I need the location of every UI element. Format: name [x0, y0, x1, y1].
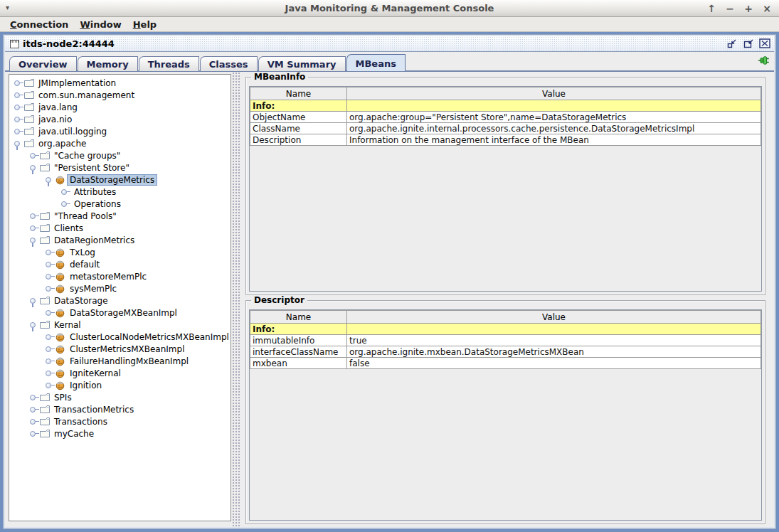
expand-handle-icon[interactable]: [29, 417, 39, 426]
tree-item-clustermetricsmxbeanimpl[interactable]: ClusterMetricsMXBeanImpl: [9, 343, 230, 355]
table-row[interactable]: Info:: [250, 100, 761, 112]
expand-handle-icon[interactable]: [29, 212, 39, 220]
frame-iconify-button[interactable]: [726, 38, 738, 49]
expand-handle-icon[interactable]: [14, 127, 23, 136]
tree-item-persistent-store[interactable]: "Persistent Store": [9, 161, 230, 174]
tree-item-com-sun-management[interactable]: com.sun.management: [9, 89, 230, 101]
splitpane-divider[interactable]: [232, 72, 240, 526]
tab-memory[interactable]: Memory: [78, 56, 138, 71]
tree-item-clients[interactable]: Clients: [9, 222, 230, 234]
name-cell[interactable]: Info:: [250, 324, 347, 335]
table-row[interactable]: DescriptionInformation on the management…: [250, 134, 761, 146]
tree-item-transactionmetrics[interactable]: TransactionMetrics: [9, 403, 230, 415]
name-cell[interactable]: mxbean: [250, 358, 347, 369]
value-cell[interactable]: false: [347, 358, 761, 369]
expand-handle-icon[interactable]: [45, 381, 55, 390]
value-cell[interactable]: org.apache:group="Persistent Store",name…: [347, 112, 761, 123]
name-cell[interactable]: immutableInfo: [250, 335, 347, 346]
expand-handle-icon[interactable]: [45, 357, 55, 366]
table-row[interactable]: interfaceClassNameorg.apache.ignite.mxbe…: [250, 346, 761, 358]
tree-item-kernal[interactable]: Kernal: [9, 319, 230, 331]
tree-item-clusterlocalnodemetricsmxbeanimpl[interactable]: ClusterLocalNodeMetricsMXBeanImpl: [9, 331, 230, 343]
tree-item-default[interactable]: default: [9, 258, 230, 270]
tab-vm-summary[interactable]: VM Summary: [258, 56, 346, 71]
expand-handle-icon[interactable]: [29, 393, 39, 402]
tree-item-cache-groups[interactable]: "Cache groups": [9, 149, 230, 161]
column-header-name[interactable]: Name: [250, 311, 347, 324]
name-cell[interactable]: Description: [250, 134, 347, 146]
tree-item-jmimplementation[interactable]: JMImplementation: [9, 77, 230, 89]
expand-handle-icon[interactable]: [45, 309, 55, 317]
name-cell[interactable]: interfaceClassName: [250, 346, 347, 358]
expand-handle-icon[interactable]: [60, 188, 70, 196]
minimize-button[interactable]: −: [722, 1, 738, 16]
expand-handle-icon[interactable]: [29, 224, 39, 233]
tree-item-java-util-logging[interactable]: java.util.logging: [9, 125, 230, 137]
expand-handle-icon[interactable]: [14, 91, 23, 100]
tree-item-sysmemplc[interactable]: sysMemPlc: [9, 282, 230, 294]
table-row[interactable]: Info:: [250, 324, 761, 335]
column-header-value[interactable]: Value: [347, 87, 761, 100]
window-menu-icon[interactable]: ▾: [6, 4, 9, 11]
value-cell[interactable]: org.apache.ignite.internal.processors.ca…: [347, 123, 761, 134]
expand-handle-icon[interactable]: [29, 151, 39, 160]
collapse-handle-icon[interactable]: [29, 321, 39, 329]
tree-item-ignition[interactable]: Ignition: [9, 379, 230, 391]
tree-item-dataregionmetrics[interactable]: DataRegionMetrics: [9, 234, 230, 246]
tree-item-spis[interactable]: SPIs: [9, 391, 230, 403]
expand-handle-icon[interactable]: [45, 369, 55, 378]
expand-handle-icon[interactable]: [14, 115, 23, 124]
expand-handle-icon[interactable]: [45, 248, 55, 257]
name-cell[interactable]: ObjectName: [250, 112, 347, 123]
tree-item-java-lang[interactable]: java.lang: [9, 101, 230, 113]
value-cell[interactable]: [347, 324, 761, 335]
tree-item-transactions[interactable]: Transactions: [9, 415, 230, 427]
expand-handle-icon[interactable]: [45, 333, 55, 341]
menu-connection[interactable]: Connection: [4, 18, 74, 31]
expand-handle-icon[interactable]: [45, 345, 55, 353]
tree-item-txlog[interactable]: TxLog: [9, 246, 230, 258]
close-button[interactable]: ×: [759, 1, 775, 16]
expand-handle-icon[interactable]: [29, 405, 39, 414]
tree-item-java-nio[interactable]: java.nio: [9, 113, 230, 125]
tab-overview[interactable]: Overview: [9, 56, 77, 71]
tree-item-datastorage[interactable]: DataStorage: [9, 294, 230, 307]
expand-handle-icon[interactable]: [45, 284, 55, 293]
value-cell[interactable]: [347, 100, 761, 112]
column-header-value[interactable]: Value: [347, 311, 761, 324]
tab-mbeans[interactable]: MBeans: [346, 54, 406, 71]
tree-item-thread-pools[interactable]: "Thread Pools": [9, 210, 230, 222]
table-row[interactable]: ClassNameorg.apache.ignite.internal.proc…: [250, 123, 761, 134]
tree-item-ignitekernal[interactable]: IgniteKernal: [9, 367, 230, 379]
value-cell[interactable]: true: [347, 335, 761, 346]
mbeaninfo-scrollpane[interactable]: NameValue Info:ObjectNameorg.apache:grou…: [249, 86, 762, 292]
expand-handle-icon[interactable]: [60, 200, 70, 208]
collapse-handle-icon[interactable]: [29, 164, 39, 172]
expand-handle-icon[interactable]: [45, 260, 55, 269]
tree-item-metastorememplc[interactable]: metastoreMemPlc: [9, 270, 230, 282]
collapse-handle-icon[interactable]: [29, 297, 39, 305]
tree-item-datastoragemxbeanimpl[interactable]: DataStorageMXBeanImpl: [9, 307, 230, 319]
tab-classes[interactable]: Classes: [200, 56, 258, 71]
tree-item-attributes[interactable]: Attributes: [9, 186, 230, 198]
frame-maximize-button[interactable]: [742, 38, 755, 49]
menu-window[interactable]: Window: [74, 18, 127, 31]
value-cell[interactable]: Information on the management interface …: [347, 134, 761, 146]
value-cell[interactable]: org.apache.ignite.mxbean.DataStorageMetr…: [347, 346, 761, 358]
tree-item-datastoragemetrics[interactable]: DataStorageMetrics: [9, 174, 230, 186]
frame-close-button[interactable]: [758, 38, 771, 49]
frame-titlebar[interactable]: itds-node2:44444: [5, 36, 774, 52]
tree-item-org-apache[interactable]: org.apache: [9, 137, 230, 149]
tree-item-operations[interactable]: Operations: [9, 198, 230, 210]
column-header-name[interactable]: Name: [250, 87, 347, 100]
shade-button[interactable]: ↑: [704, 1, 719, 16]
collapse-handle-icon[interactable]: [14, 139, 23, 148]
maximize-button[interactable]: +: [741, 1, 756, 16]
name-cell[interactable]: ClassName: [250, 123, 347, 134]
name-cell[interactable]: Info:: [250, 100, 347, 112]
menu-help[interactable]: Help: [127, 18, 162, 31]
expand-handle-icon[interactable]: [29, 430, 39, 438]
expand-handle-icon[interactable]: [45, 272, 55, 281]
expand-handle-icon[interactable]: [14, 79, 23, 87]
table-row[interactable]: mxbeanfalse: [250, 358, 761, 369]
